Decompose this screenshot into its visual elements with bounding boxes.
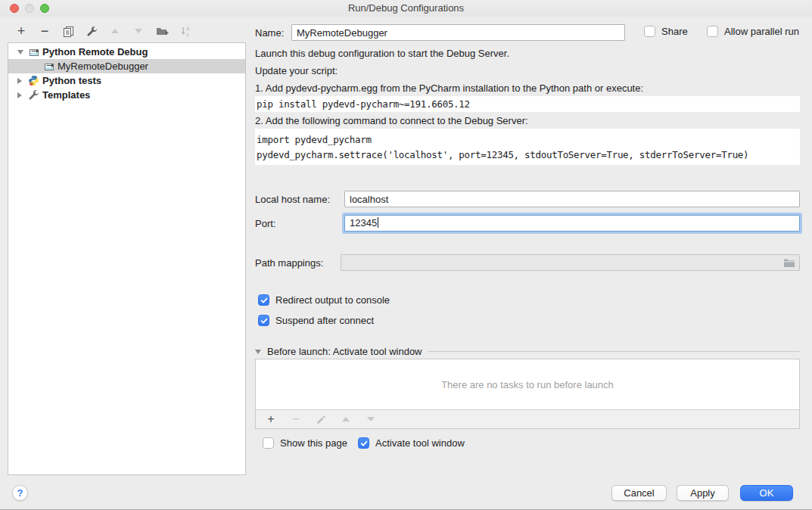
add-task-button[interactable]: + (264, 412, 278, 426)
port-input[interactable]: 12345 (344, 215, 800, 232)
browse-path-mappings-button[interactable] (782, 257, 795, 268)
new-folder-icon (156, 26, 169, 37)
tree-item-python-remote-debug[interactable]: Python Remote Debug (8, 45, 245, 59)
share-label: Share (661, 26, 688, 37)
ok-button[interactable]: OK (740, 485, 793, 501)
port-label: Port: (255, 218, 275, 229)
local-host-name-label: Local host name: (255, 194, 330, 205)
edit-task-button[interactable] (314, 412, 328, 426)
tree-item-python-tests[interactable]: Python tests (8, 73, 245, 88)
step2-text: 2. Add the following command to connect … (255, 115, 528, 126)
tree-item-templates[interactable]: Templates (8, 88, 245, 102)
allow-parallel-run-checkbox[interactable] (707, 26, 718, 37)
python-icon (28, 75, 42, 86)
add-configuration-button[interactable]: + (14, 24, 28, 38)
pip-command-text: pip install pydevd-pycharm~=191.6605.12 (255, 96, 800, 110)
name-label: Name: (255, 27, 284, 39)
intro-text: Launch this debug configuration to start… (255, 48, 509, 59)
sort-configurations-icon: a z (180, 25, 191, 37)
tree-item-label: Templates (42, 89, 90, 101)
suspend-after-connect-option: Suspend after connect (258, 315, 374, 326)
copy-configuration-button[interactable] (61, 24, 75, 38)
tree-item-label: Python Remote Debug (42, 46, 148, 58)
code-line-1: import pydevd_pycharm (255, 129, 800, 148)
local-host-name-input[interactable] (344, 191, 800, 207)
edit-defaults-wrench-icon (86, 26, 98, 37)
remove-configuration-button[interactable]: − (38, 24, 51, 38)
folder-icon (783, 258, 795, 268)
help-icon: ? (17, 487, 23, 499)
move-down-icon (367, 417, 375, 421)
configuration-editor: Name: Share Allow parallel run Launch th… (255, 0, 800, 484)
remove-icon: − (41, 25, 49, 37)
configurations-toolbar: + − a z (14, 23, 192, 39)
edit-defaults-button[interactable] (85, 24, 98, 38)
svg-text:a: a (186, 26, 189, 31)
chevron-right-icon[interactable] (17, 78, 28, 84)
tree-item-myremotedebugger[interactable]: MyRemoteDebugger (8, 59, 245, 73)
redirect-output-checkbox[interactable] (258, 294, 269, 306)
move-up-icon (342, 417, 350, 421)
suspend-after-connect-checkbox[interactable] (258, 315, 269, 326)
redirect-output-option: Redirect output to console (258, 294, 390, 306)
chevron-down-icon[interactable] (17, 50, 28, 54)
before-launch-title: Before launch: Activate tool window (267, 346, 422, 357)
name-input[interactable] (291, 24, 625, 41)
text-caret (378, 217, 378, 228)
sort-configurations-button[interactable]: a z (179, 24, 192, 38)
path-mappings-field[interactable] (341, 254, 800, 271)
show-this-page-label: Show this page (280, 437, 347, 449)
minimize-window-button[interactable] (25, 4, 34, 13)
move-up-icon (111, 29, 119, 33)
apply-button[interactable]: Apply (677, 485, 729, 501)
remove-task-button[interactable]: − (289, 412, 303, 426)
empty-task-list-message: There are no tasks to run before launch (256, 359, 799, 409)
tree-item-label: Python tests (42, 75, 101, 86)
path-mappings-label: Path mappings: (255, 257, 323, 269)
suspend-after-connect-label: Suspend after connect (275, 315, 374, 326)
update-script-text: Update your script: (255, 65, 338, 76)
move-task-up-button[interactable] (339, 412, 353, 426)
share-option: Share (644, 26, 688, 37)
cancel-button[interactable]: Cancel (611, 485, 667, 501)
show-this-page-checkbox[interactable] (263, 437, 274, 449)
show-this-page-option: Show this page (263, 437, 347, 449)
wrench-icon (28, 89, 42, 101)
code-line-2: pydevd_pycharm.settrace('localhost', por… (255, 148, 800, 163)
collapse-triangle-icon[interactable] (255, 350, 261, 354)
run-debug-configurations-dialog: Run/Debug Configurations + − (0, 0, 812, 510)
run-config-icon (28, 47, 42, 58)
move-task-down-button[interactable] (364, 412, 378, 426)
run-config-icon (43, 61, 58, 72)
section-divider (428, 351, 800, 352)
copy-icon (63, 26, 74, 37)
code-snippet-block: import pydevd_pycharm pydevd_pycharm.set… (255, 129, 800, 165)
configurations-tree: Python Remote Debug MyRemoteDebugger (8, 42, 246, 475)
add-icon: + (267, 413, 274, 425)
before-launch-task-panel: There are no tasks to run before launch … (255, 359, 800, 429)
edit-pencil-icon (316, 415, 326, 424)
move-down-button[interactable] (132, 24, 145, 38)
svg-text:z: z (186, 32, 189, 37)
pip-command-block: pip install pydevd-pycharm~=191.6605.12 (255, 96, 800, 112)
activate-tool-window-checkbox[interactable] (358, 437, 369, 449)
activate-tool-window-label: Activate tool window (375, 437, 465, 449)
help-button[interactable]: ? (12, 485, 28, 501)
share-checkbox[interactable] (644, 26, 655, 37)
before-launch-section-header[interactable]: Before launch: Activate tool window (255, 346, 800, 357)
chevron-right-icon[interactable] (17, 92, 28, 98)
move-up-button[interactable] (108, 24, 122, 38)
close-window-button[interactable] (10, 4, 19, 13)
remove-icon: − (292, 413, 299, 425)
allow-parallel-run-option: Allow parallel run (707, 26, 799, 37)
zoom-window-button[interactable] (40, 4, 49, 13)
activate-tool-window-option: Activate tool window (358, 437, 465, 449)
redirect-output-label: Redirect output to console (275, 294, 390, 306)
tree-item-label: MyRemoteDebugger (58, 61, 148, 72)
add-icon: + (17, 25, 26, 37)
create-new-folder-button[interactable] (155, 24, 169, 38)
step1-text: 1. Add pydevd-pycharm.egg from the PyCha… (255, 82, 643, 94)
allow-parallel-run-label: Allow parallel run (724, 26, 799, 37)
port-value: 12345 (350, 217, 377, 229)
move-down-icon (135, 29, 142, 33)
